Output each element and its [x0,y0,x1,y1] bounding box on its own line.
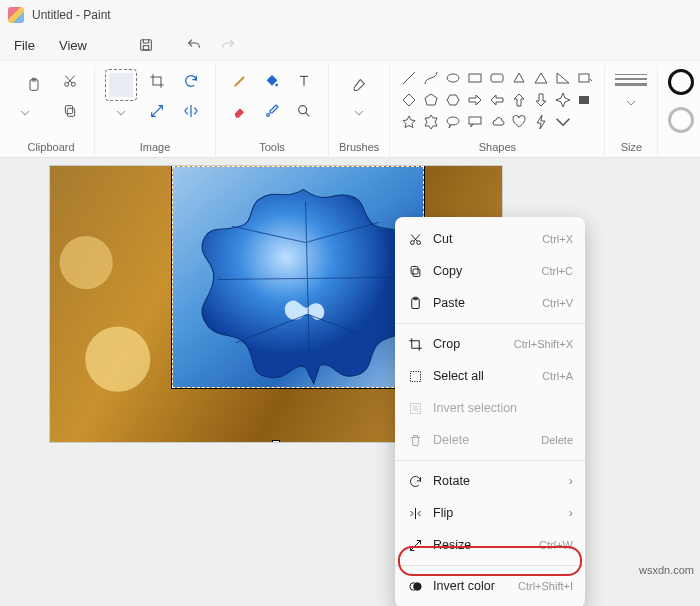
rotate-icon[interactable] [177,69,205,93]
selection-box[interactable] [172,166,424,388]
svg-point-9 [267,114,270,117]
pencil-icon[interactable] [226,69,254,93]
svg-point-28 [413,582,421,590]
shape-roundrect-icon[interactable] [488,69,506,87]
separator [395,323,585,324]
shape-outline-dropdown-icon[interactable] [576,69,594,87]
select-tool-icon[interactable] [105,69,137,101]
paste-icon[interactable] [18,69,50,101]
svg-rect-0 [141,40,152,51]
group-clipboard: Clipboard [8,65,95,157]
cm-crop[interactable]: Crop Ctrl+Shift+X [395,328,585,360]
size-dropdown-icon[interactable] [624,97,638,109]
shape-rect-icon[interactable] [466,69,484,87]
redo-icon[interactable] [213,30,243,60]
shape-4star-icon[interactable] [554,91,572,109]
crop-icon [407,336,423,352]
menu-view[interactable]: View [49,34,97,57]
shape-diamond-icon[interactable] [400,91,418,109]
select-all-icon [407,368,423,384]
select-dropdown-icon[interactable] [114,107,128,119]
canvas-area [0,158,700,606]
separator [395,565,585,566]
shape-heart-icon[interactable] [510,113,528,131]
shape-hexagon-icon[interactable] [444,91,462,109]
group-shapes: Shapes [390,65,605,157]
svg-rect-13 [491,74,503,82]
cm-cut[interactable]: Cut Ctrl+X [395,223,585,255]
cm-paste[interactable]: Paste Ctrl+V [395,287,585,319]
group-colors [658,65,698,157]
cm-resize[interactable]: Resize Ctrl+W [395,529,585,561]
chevron-right-icon: › [569,506,573,520]
svg-rect-12 [469,74,481,82]
ribbon: Clipboard Image [0,60,700,158]
shape-oval-icon[interactable] [444,69,462,87]
shape-arrow-up-icon[interactable] [510,91,528,109]
svg-rect-17 [469,117,481,124]
resize-icon[interactable] [143,99,171,123]
eraser-icon[interactable] [226,99,254,123]
cm-invert-color[interactable]: Invert color Ctrl+Shift+I [395,570,585,602]
magnifier-icon[interactable] [290,99,318,123]
paint-logo-icon [8,7,24,23]
shape-fill-dropdown-icon[interactable] [576,91,594,109]
undo-icon[interactable] [179,30,209,60]
save-icon[interactable] [131,30,161,60]
shape-callout-cloud-icon[interactable] [488,113,506,131]
paste-icon [407,295,423,311]
shape-6star-icon[interactable] [422,113,440,131]
shape-polygon-icon[interactable] [510,69,528,87]
crop-icon[interactable] [143,69,171,93]
shape-triangle-icon[interactable] [532,69,550,87]
group-label-brushes: Brushes [339,137,379,155]
svg-rect-20 [413,269,420,277]
menu-file[interactable]: File [4,34,45,57]
separator [395,460,585,461]
shape-callout-round-icon[interactable] [444,113,462,131]
shape-lightning-icon[interactable] [532,113,550,131]
group-label-shapes: Shapes [479,137,516,155]
group-label-image: Image [140,137,171,155]
brush-dropdown-icon[interactable] [352,107,366,119]
color2-swatch-icon[interactable] [668,107,694,133]
group-label-clipboard: Clipboard [27,137,74,155]
shapes-more-icon[interactable] [554,113,572,131]
shape-arrow-down-icon[interactable] [532,91,550,109]
shapes-palette[interactable] [400,69,594,131]
brush-icon[interactable] [343,69,375,101]
cm-flip[interactable]: Flip › [395,497,585,529]
cm-rotate[interactable]: Rotate › [395,465,585,497]
cm-select-all[interactable]: Select all Ctrl+A [395,360,585,392]
context-menu: Cut Ctrl+X Copy Ctrl+C Paste Ctrl+V Crop… [395,217,585,606]
size-icon[interactable] [615,69,647,91]
shape-curve-icon[interactable] [422,69,440,87]
menu-bar: File View [0,30,700,60]
svg-point-8 [275,84,278,87]
shape-arrow-right-icon[interactable] [466,91,484,109]
shape-right-triangle-icon[interactable] [554,69,572,87]
cm-delete: Delete Delete [395,424,585,456]
cm-copy[interactable]: Copy Ctrl+C [395,255,585,287]
copy-icon[interactable] [56,99,84,123]
group-tools: Tools [216,65,329,157]
flip-icon[interactable] [177,99,205,123]
shape-arrow-left-icon[interactable] [488,91,506,109]
leaf-image [191,181,416,386]
group-image: Image [95,65,216,157]
color-picker-icon[interactable] [258,99,286,123]
copy-icon [407,263,423,279]
shape-callout-rect-icon[interactable] [466,113,484,131]
shape-line-icon[interactable] [400,69,418,87]
text-icon[interactable] [290,69,318,93]
rotate-icon [407,473,423,489]
fill-icon[interactable] [258,69,286,93]
shape-pentagon-icon[interactable] [422,91,440,109]
color1-swatch-icon[interactable] [668,69,694,95]
paste-dropdown-icon[interactable] [18,107,32,119]
shape-5star-icon[interactable] [400,113,418,131]
cut-icon[interactable] [56,69,84,93]
title-bar: Untitled - Paint [0,0,700,30]
resize-handle-icon[interactable] [272,440,280,442]
cm-invert-selection: Invert selection [395,392,585,424]
